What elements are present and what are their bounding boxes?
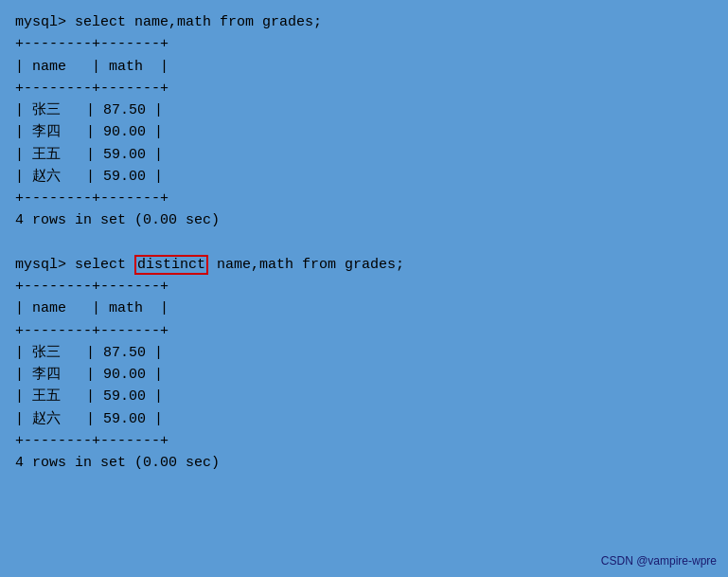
row-3: | 王五 | 59.00 |	[15, 144, 713, 166]
distinct-keyword: distinct	[134, 255, 208, 275]
row-2: | 李四 | 90.00 |	[15, 121, 713, 143]
result-2: 4 rows in set (0.00 sec)	[15, 452, 713, 474]
watermark: CSDN @vampire-wpre	[601, 554, 717, 568]
separator-2: +--------+-------+	[15, 78, 713, 99]
row-6: | 李四 | 90.00 |	[15, 364, 713, 386]
separator-6: +--------+-------+	[15, 430, 713, 452]
terminal-window: mysql> select name,math from grades; +--…	[0, 0, 728, 485]
cmd2-before: mysql> select	[15, 257, 134, 273]
row-8: | 赵六 | 59.00 |	[15, 408, 713, 430]
row-4: | 赵六 | 59.00 |	[15, 166, 713, 188]
blank-line	[15, 232, 713, 254]
separator-5: +--------+-------+	[15, 320, 713, 342]
separator-1: +--------+-------+	[15, 33, 713, 55]
row-7: | 王五 | 59.00 |	[15, 386, 713, 407]
separator-3: +--------+-------+	[15, 188, 713, 209]
header-2: | name | math |	[15, 298, 713, 319]
row-1: | 张三 | 87.50 |	[15, 99, 713, 121]
header-1: | name | math |	[15, 56, 713, 78]
row-5: | 张三 | 87.50 |	[15, 342, 713, 364]
cmd-line-2: mysql> select distinct name,math from gr…	[15, 254, 713, 276]
cmd2-after: name,math from grades;	[208, 257, 404, 273]
separator-4: +--------+-------+	[15, 276, 713, 298]
result-1: 4 rows in set (0.00 sec)	[15, 209, 713, 231]
cmd-line-1: mysql> select name,math from grades;	[15, 11, 713, 33]
